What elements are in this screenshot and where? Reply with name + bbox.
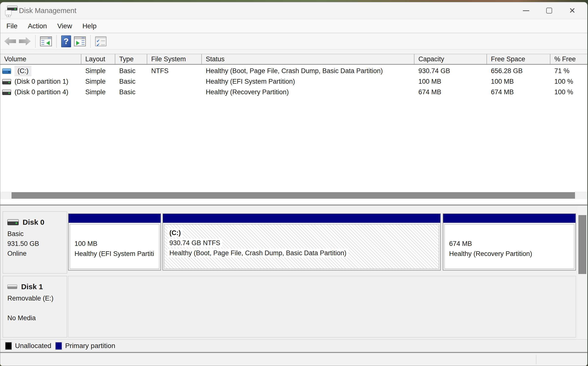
drive-gray-icon (2, 90, 11, 95)
column-header-status[interactable]: Status (202, 54, 414, 64)
disk1-name: Disk 1 (21, 283, 43, 291)
vertical-scrollbar-thumb[interactable] (578, 215, 586, 274)
type-cell: Basic (115, 76, 147, 87)
layout-cell: Simple (81, 87, 115, 97)
free-space-cell: 100 MB (487, 76, 550, 87)
pct-free-cell: 100 % (550, 76, 588, 87)
app-icon-led (14, 8, 16, 10)
partition-c-status: Healthy (Boot, Page File, Crash Dump, Ba… (167, 248, 439, 258)
list-pane-bottom-strip (0, 199, 587, 205)
menu-view[interactable]: View (57, 22, 72, 30)
disk-management-window: Disk Management ✕ File Action View Help … (0, 2, 588, 366)
layout-cell: Simple (81, 76, 115, 87)
partition-efi-color-bar (69, 214, 161, 223)
partition-efi-status: Healthy (EFI System Partiti (70, 249, 159, 259)
partition-efi[interactable]: 100 MB Healthy (EFI System Partiti (68, 213, 161, 271)
maximize-button[interactable] (538, 2, 561, 19)
file-system-cell (147, 87, 202, 97)
free-space-cell: 674 MB (487, 87, 550, 97)
pct-free-cell: 100 % (550, 87, 588, 97)
disk1-spacer (7, 303, 67, 313)
minimize-button[interactable] (514, 2, 538, 19)
partition-recovery-body: 674 MB Healthy (Recovery Partition) (444, 224, 574, 269)
disk0-label-cell[interactable]: Disk 0 Basic 931.50 GB Online (3, 211, 67, 273)
properties-button[interactable]: ✔✔ (95, 36, 106, 46)
window-title: Disk Management (19, 7, 76, 15)
column-header-volume[interactable]: Volume (0, 54, 81, 64)
show-console-tree-button[interactable] (40, 36, 52, 46)
disk0-status: Online (7, 249, 67, 258)
column-header-capacity[interactable]: Capacity (414, 54, 487, 64)
capacity-cell: 674 MB (414, 87, 487, 97)
volume-cell: (Disk 0 partition 1) (0, 76, 81, 87)
partition-efi-size: 100 MB (70, 239, 159, 249)
column-header-pct-free[interactable]: % Free (550, 54, 588, 64)
app-icon-drive (7, 6, 17, 11)
menu-action[interactable]: Action (28, 22, 47, 30)
partition-efi-body: 100 MB Healthy (EFI System Partiti (70, 224, 159, 269)
maximize-icon (546, 8, 552, 14)
column-header-layout[interactable]: Layout (81, 54, 115, 64)
capacity-cell: 930.74 GB (414, 66, 487, 76)
unallocated-label: Unallocated (15, 342, 51, 350)
minimize-icon (523, 10, 529, 11)
graphical-disk-pane: Disk 0 Basic 931.50 GB Online 100 MB Hea… (0, 206, 587, 353)
file-system-cell: NTFS (147, 66, 202, 76)
close-button[interactable]: ✕ (561, 2, 584, 19)
show-action-pane-button[interactable] (74, 36, 86, 46)
show-console-tree-icon (40, 36, 52, 46)
disk1-type: Removable (E:) (7, 293, 67, 303)
help-button[interactable]: ? (61, 35, 71, 47)
close-icon: ✕ (569, 7, 576, 15)
properties-checklist-icon: ✔✔ (95, 36, 106, 46)
forward-button[interactable] (19, 37, 31, 46)
menu-file[interactable]: File (6, 22, 17, 30)
horizontal-scrollbar-thumb[interactable] (12, 192, 575, 199)
volume-list-pane: Volume Layout Type File System Status Ca… (0, 54, 587, 199)
unallocated-swatch (5, 342, 12, 350)
partition-c-body: (C:) 930.74 GB NTFS Healthy (Boot, Page … (164, 224, 439, 269)
vertical-scrollbar[interactable] (577, 206, 588, 339)
partition-recovery[interactable]: 674 MB Healthy (Recovery Partition) (443, 213, 576, 271)
volume-name: (Disk 0 partition 4) (15, 87, 68, 97)
partition-c-size: 930.74 GB NTFS (167, 238, 439, 248)
toolbar: ? ✔✔ (0, 33, 587, 49)
toolbar-separator (35, 35, 36, 48)
column-header-free-space[interactable]: Free Space (487, 54, 550, 64)
column-header-file-system[interactable]: File System (147, 54, 202, 64)
disk1-label-cell[interactable]: Disk 1 Removable (E:) No Media (3, 276, 67, 337)
layout-cell: Simple (81, 66, 115, 76)
app-icon-plug (5, 10, 12, 16)
disk0-size: 931.50 GB (7, 239, 67, 249)
volume-row-c[interactable]: (C:) Simple Basic NTFS Healthy (Boot, Pa… (0, 66, 587, 76)
drive-blue-icon (2, 68, 11, 74)
window-controls: ✕ (514, 2, 584, 19)
menu-help[interactable]: Help (82, 22, 97, 30)
back-button[interactable] (4, 37, 16, 46)
disk1-empty-area[interactable] (68, 276, 576, 337)
partition-recovery-color-bar (443, 214, 575, 223)
pct-free-cell: 71 % (550, 66, 588, 76)
toolbar-separator (56, 35, 57, 48)
volume-row-partition1[interactable]: (Disk 0 partition 1) Simple Basic Health… (0, 76, 587, 87)
status-cell: Healthy (Recovery Partition) (202, 87, 414, 97)
volume-cell: (C:) (0, 66, 81, 76)
primary-partition-label: Primary partition (65, 342, 115, 350)
status-cell: Healthy (EFI System Partition) (202, 76, 414, 87)
column-header-type[interactable]: Type (115, 54, 147, 64)
menu-bar: File Action View Help (0, 19, 587, 33)
status-cell: Healthy (Boot, Page File, Crash Dump, Ba… (202, 66, 414, 76)
volume-name: (C:) (15, 66, 31, 76)
volume-name: (Disk 0 partition 1) (15, 76, 68, 87)
status-strip-divider (536, 355, 536, 364)
volume-row-partition4[interactable]: (Disk 0 partition 4) Simple Basic Health… (0, 87, 587, 97)
disk1-status: No Media (7, 313, 67, 323)
horizontal-scrollbar[interactable] (0, 192, 587, 199)
back-arrow-icon (4, 37, 16, 46)
show-action-pane-icon (74, 36, 86, 46)
partition-recovery-status: Healthy (Recovery Partition) (445, 249, 574, 259)
primary-partition-swatch (55, 342, 62, 350)
disk0-type: Basic (7, 229, 67, 239)
partition-c-selected[interactable]: (C:) 930.74 GB NTFS Healthy (Boot, Page … (162, 213, 441, 271)
disk1-icon (7, 285, 17, 289)
